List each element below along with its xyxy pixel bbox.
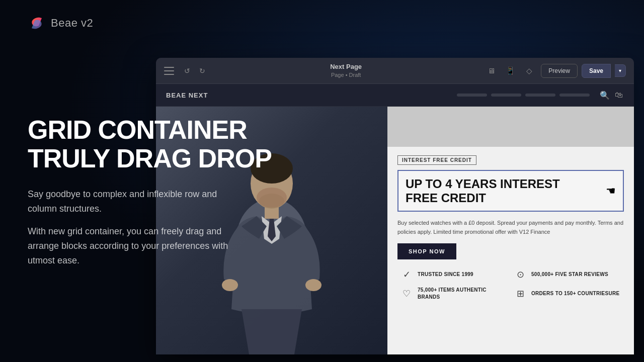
logo-area: Beae v2 (28, 14, 93, 32)
trust-badge-2: ⊙ 500,000+ FIVE STAR REVIEWS (513, 267, 622, 282)
diamond-icon[interactable]: ◇ (522, 63, 537, 78)
beae-logo-icon (28, 14, 46, 32)
product-panel: INTEREST FREE CREDIT UP TO 4 YEARS INTER… (387, 107, 634, 354)
nav-buttons: ↺ ↻ (181, 65, 208, 77)
save-button[interactable]: Save (582, 64, 611, 78)
toolbar-right: 🖥 📱 ◇ Preview Save ▾ (484, 63, 626, 78)
drag-cursor-icon: ☚ (606, 185, 616, 198)
main-heading: GRID CONTAINER TRULY DRAG DROP (28, 116, 272, 173)
trust-badge-3: ♡ 75,000+ ITEMS AUTHENTIC BRANDS (399, 287, 508, 301)
cart-nav-icon[interactable]: 🛍 (615, 90, 624, 100)
product-info: INTEREST FREE CREDIT UP TO 4 YEARS INTER… (387, 147, 634, 309)
preview-button[interactable]: Preview (541, 64, 578, 78)
page-name: Next Page (330, 63, 362, 71)
trust-text-3: 75,000+ ITEMS AUTHENTIC BRANDS (418, 287, 508, 301)
site-navbar: BEAE NEXT 🔍 🛍 (156, 84, 634, 107)
product-description: Buy selected watches with a £0 deposit. … (397, 219, 624, 236)
nav-links (457, 94, 590, 97)
nav-link-2[interactable] (491, 94, 521, 97)
shield-trust-icon: ✓ (399, 267, 414, 282)
trust-badges: ✓ TRUSTED SINCE 1999 ⊙ 500,000+ FIVE STA… (397, 267, 624, 301)
save-chevron-button[interactable]: ▾ (615, 64, 626, 77)
logo-name: Beae (51, 17, 77, 29)
trust-text-1: TRUSTED SINCE 1999 (418, 271, 473, 278)
heading-line2: FREE CREDIT (406, 191, 616, 205)
nav-link-3[interactable] (525, 94, 555, 97)
heading-line1: GRID CONTAINER (28, 116, 272, 144)
mobile-icon[interactable]: 📱 (503, 63, 518, 78)
logo-version: v2 (81, 17, 93, 29)
product-top-area (387, 107, 634, 147)
svg-point-4 (305, 279, 321, 291)
svg-point-3 (222, 279, 238, 291)
toolbar-center: Next Page Page • Draft (213, 63, 478, 78)
nav-link-4[interactable] (559, 94, 590, 97)
redo-button[interactable]: ↻ (196, 65, 208, 77)
star-trust-icon: ⊙ (513, 267, 527, 282)
heading-line1: UP TO 4 YEARS INTEREST (406, 177, 616, 191)
page-status: Page • Draft (331, 71, 361, 78)
trust-badge-1: ✓ TRUSTED SINCE 1999 (399, 267, 508, 282)
trust-text-2: 500,000+ FIVE STAR REVIEWS (531, 271, 608, 278)
trust-text-4: ORDERS TO 150+ COUNTRIESURE (531, 290, 619, 297)
product-heading-box[interactable]: UP TO 4 YEARS INTEREST FREE CREDIT ☚ (397, 170, 624, 212)
menu-icon[interactable] (164, 67, 174, 75)
shop-now-button[interactable]: SHOP NOW (397, 243, 456, 259)
nav-link-1[interactable] (457, 94, 487, 97)
description-para2: With new grid container, you can freely … (28, 224, 239, 267)
product-heading: UP TO 4 YEARS INTEREST FREE CREDIT (406, 177, 616, 205)
gift-trust-icon: ⊞ (513, 287, 527, 301)
trust-badge-4: ⊞ ORDERS TO 150+ COUNTRIESURE (513, 287, 622, 301)
description-para1: Say goodbye to complex and inflexible ro… (28, 187, 239, 216)
search-nav-icon[interactable]: 🔍 (600, 90, 609, 100)
heart-trust-icon: ♡ (399, 287, 414, 301)
site-brand: BEAE NEXT (166, 92, 208, 99)
left-content: GRID CONTAINER TRULY DRAG DROP Say goodb… (28, 116, 272, 276)
heading-line2: TRULY DRAG DROP (28, 144, 272, 173)
browser-toolbar: ↺ ↻ Next Page Page • Draft 🖥 📱 ◇ Preview… (156, 58, 634, 84)
nav-icons: 🔍 🛍 (600, 90, 624, 100)
undo-button[interactable]: ↺ (181, 65, 193, 77)
logo-text: Beae v2 (51, 17, 93, 30)
desktop-icon[interactable]: 🖥 (484, 63, 499, 78)
interest-badge: INTEREST FREE CREDIT (397, 155, 476, 165)
